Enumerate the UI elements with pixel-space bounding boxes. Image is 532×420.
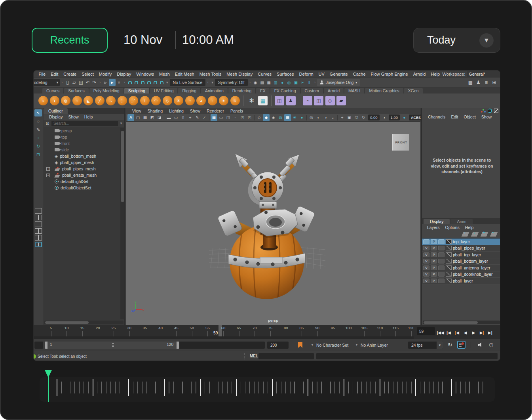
- loop-playback-icon[interactable]: ↻: [448, 342, 452, 348]
- go-to-end-button[interactable]: ▶|: [486, 328, 494, 337]
- chevron-down-icon[interactable]: ▼: [479, 33, 494, 48]
- outliner-item-pball_bottom_mesh[interactable]: ◈pball_bottom_mesh: [44, 153, 120, 159]
- recents-button[interactable]: Recents: [32, 28, 108, 53]
- bookmark-view-icon[interactable]: ▭: [173, 114, 179, 121]
- pivot-icon[interactable]: ⌖: [187, 114, 194, 121]
- layer-visible-toggle[interactable]: V: [423, 252, 429, 257]
- texture-update-icon[interactable]: ▣: [293, 79, 299, 86]
- command-response-field[interactable]: [316, 353, 498, 359]
- outliner-menu-display[interactable]: Display: [47, 115, 65, 119]
- outliner-menu-help[interactable]: Help: [82, 115, 95, 119]
- resolution-gate-icon[interactable]: ◫: [225, 114, 232, 121]
- snap-magnet-icon[interactable]: [141, 81, 144, 84]
- sculpt-amplify-icon[interactable]: ◦: [208, 96, 217, 105]
- viewport-menu-renderer[interactable]: Renderer: [203, 109, 227, 113]
- shelf-tab-fx-caching[interactable]: FX Caching: [270, 88, 300, 94]
- layer-display-toggle[interactable]: [438, 246, 445, 250]
- layer-tab-anim[interactable]: Anim: [450, 219, 473, 224]
- outliner-item-pball_pipes_mesh[interactable]: +↗pball_pipes_mesh: [44, 166, 120, 172]
- sculpt-globe-icon[interactable]: ◍: [61, 96, 70, 105]
- shelf-tab-uv-editing[interactable]: UV Editing: [150, 88, 178, 94]
- previous-key-button[interactable]: |◀: [453, 328, 461, 337]
- aces-badge[interactable]: ACES: [409, 115, 423, 120]
- layer-display-toggle[interactable]: [438, 279, 445, 283]
- layer-row-pball_pipes_layer[interactable]: VPpball_pipes_layer: [422, 245, 500, 252]
- layer-playback-toggle[interactable]: P: [431, 259, 437, 263]
- menu-mesh-display[interactable]: Mesh Display: [224, 72, 255, 76]
- shaded-display-icon[interactable]: ◩: [149, 114, 156, 121]
- bookmark-icon[interactable]: [298, 342, 302, 348]
- paint-region-icon[interactable]: ▩: [142, 114, 148, 121]
- film-gate-icon[interactable]: ▭: [218, 114, 224, 121]
- exposure-icon[interactable]: ↻: [360, 114, 367, 121]
- scale-tool[interactable]: ⊡: [34, 151, 42, 158]
- layer-playback-toggle[interactable]: P: [431, 246, 437, 250]
- workspace-value[interactable]: General*: [467, 71, 500, 77]
- outliner-menu-show[interactable]: Show: [66, 115, 81, 119]
- camera-attributes-icon[interactable]: ▬: [165, 114, 172, 121]
- menu-uv[interactable]: UV: [316, 72, 327, 76]
- sculpt-smear-icon[interactable]: ⋮: [118, 96, 127, 105]
- section-separator-icon[interactable]: ›: [99, 80, 101, 84]
- layer-visible-toggle[interactable]: V: [423, 246, 429, 250]
- menu-mesh-tools[interactable]: Mesh Tools: [197, 72, 224, 76]
- outliner-item-persp[interactable]: persp: [44, 128, 120, 134]
- character-window-icon[interactable]: ♟: [286, 96, 296, 105]
- layer-playback-toggle[interactable]: P: [431, 279, 437, 283]
- shelf-tab-fx[interactable]: FX: [256, 88, 269, 94]
- layer-display-toggle[interactable]: [438, 259, 445, 263]
- range-slider-inner[interactable]: 1 120: [45, 342, 179, 349]
- layer-playback-toggle[interactable]: P: [431, 272, 437, 277]
- ipr-render-icon[interactable]: ▦: [266, 79, 272, 86]
- select-hierarchy-icon[interactable]: ▹: [102, 79, 109, 86]
- light-editor-icon[interactable]: ✂: [299, 79, 306, 86]
- xray-active-icon[interactable]: ◒: [329, 114, 336, 121]
- shelf-tab-rigging[interactable]: Rigging: [178, 88, 200, 94]
- sculpt-spike-icon[interactable]: ✶: [219, 96, 228, 105]
- menu-modify[interactable]: Modify: [96, 72, 114, 76]
- sculpt-scrape-icon[interactable]: ◔: [185, 96, 195, 105]
- viewport-menu-shading[interactable]: Shading: [144, 109, 166, 113]
- layer-playback-toggle[interactable]: P: [431, 265, 437, 270]
- layer-playback-toggle[interactable]: P: [431, 239, 437, 244]
- graph-editor-icon[interactable]: [494, 109, 498, 113]
- shelf-tab-poly-modeling[interactable]: Poly Modeling: [89, 88, 124, 94]
- layer-row-pball_doorknob_layer[interactable]: VPpball_doorknob_layer: [422, 271, 500, 278]
- layer-visible-toggle[interactable]: V: [423, 259, 429, 263]
- menu-flow-graph-engine[interactable]: Flow Graph Engine: [368, 72, 410, 76]
- layer-color-swatch[interactable]: [446, 259, 452, 263]
- symmetry-field[interactable]: Symmetry: Off: [215, 79, 248, 86]
- step-back-button[interactable]: |◀: [445, 328, 452, 337]
- layout-single-button[interactable]: [35, 208, 42, 214]
- viewport-menu-show[interactable]: Show: [187, 109, 203, 113]
- go-to-start-button[interactable]: |◀◀: [437, 328, 444, 337]
- outliner-horizontal-scrollbar[interactable]: [44, 321, 124, 324]
- menu-select[interactable]: Select: [79, 72, 97, 76]
- expand-icon[interactable]: +: [46, 167, 50, 171]
- section-separator-icon[interactable]: ›: [61, 80, 63, 84]
- paint-select-tool[interactable]: ✎: [34, 126, 42, 133]
- section-separator-icon[interactable]: ›: [314, 80, 315, 84]
- layer-visible-toggle[interactable]: V: [423, 272, 429, 277]
- layer-menu-options[interactable]: Options: [443, 225, 462, 230]
- shelf-tab-curves[interactable]: Curves: [42, 88, 63, 94]
- snap-to-view-icon[interactable]: ⌖: [339, 114, 346, 121]
- auto-key-toggle[interactable]: [457, 341, 466, 349]
- layer-row-pball_antenna_layer[interactable]: VPpball_antenna_layer: [422, 265, 500, 271]
- menu-surfaces[interactable]: Surfaces: [274, 72, 296, 76]
- section-separator-icon[interactable]: ›: [207, 80, 208, 84]
- sculpt-brush-icon[interactable]: ◖: [50, 96, 59, 105]
- freeze-selection-icon[interactable]: ❄: [247, 96, 256, 105]
- snap-magnet-icon[interactable]: [128, 81, 132, 84]
- expand-icon[interactable]: +: [46, 174, 50, 177]
- outliner-item-defaultLightSet[interactable]: defaultLightSet: [44, 178, 120, 185]
- occlusion-icon[interactable]: ●: [298, 114, 305, 121]
- layer-color-swatch[interactable]: [446, 265, 452, 270]
- layer-display-toggle[interactable]: [438, 265, 445, 270]
- mel-input[interactable]: [258, 353, 314, 359]
- xray-joints-icon[interactable]: ◑: [322, 114, 329, 121]
- shelf-tab-custom[interactable]: Custom: [301, 88, 323, 94]
- xray-icon[interactable]: ◐: [315, 114, 322, 121]
- current-frame-marker[interactable]: [218, 325, 222, 337]
- pause-icon[interactable]: ‖: [306, 79, 313, 86]
